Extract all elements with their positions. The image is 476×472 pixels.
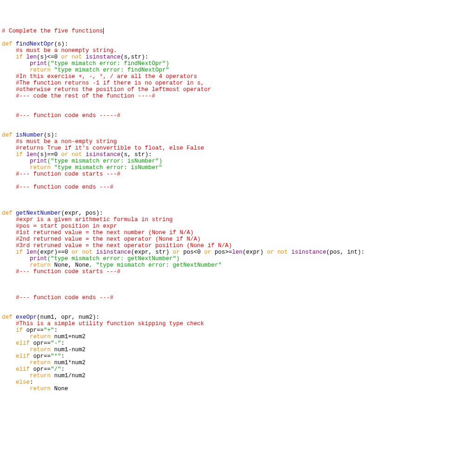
comment: #returns True if it's convertible to flo… <box>16 145 204 151</box>
keyword-elif: elif <box>16 353 30 360</box>
keyword-return: return <box>30 373 51 379</box>
comment: #3rd retruned value = the next operator … <box>16 243 232 249</box>
keyword-return: return <box>30 164 51 171</box>
code-text: (s,str): <box>120 54 148 60</box>
string: "-" <box>51 340 61 347</box>
keyword-not: not <box>72 151 82 158</box>
function-name: isNumber <box>16 132 44 138</box>
keyword-or: or <box>61 151 68 158</box>
code-editor[interactable]: # Complete the five functions def findNe… <box>2 28 474 392</box>
code-text <box>23 54 26 60</box>
string: "+" <box>44 327 54 334</box>
code-text <box>23 151 26 158</box>
string: "type mismatch error: isNumber" <box>51 164 162 171</box>
keyword-else: else <box>16 379 30 386</box>
code-text <box>51 386 54 392</box>
comment: #expr is a given arithmetic formula in s… <box>16 216 173 223</box>
keyword-or: or <box>61 54 68 60</box>
comment: #--- function code ends ---# <box>16 295 113 301</box>
none: None <box>75 262 89 269</box>
keyword-if: if <box>16 151 23 158</box>
keyword-not: not <box>82 249 93 256</box>
code-text: (pos, int): <box>326 249 365 256</box>
comment: # Complete the five functions <box>2 28 103 34</box>
builtin-isinstance: isinstance <box>86 151 120 158</box>
keyword-not: not <box>278 249 288 256</box>
builtin-isinstance: isinstance <box>96 249 131 256</box>
keyword-return: return <box>30 67 51 73</box>
keyword-return: return <box>30 334 51 340</box>
builtin-len: len <box>26 249 37 256</box>
comment: #The function returns -1 if there is no … <box>16 80 204 86</box>
comment: #pos = start position in expr <box>16 223 117 229</box>
code-text: : <box>30 379 33 386</box>
builtin-len: len <box>26 151 37 158</box>
code-text: , <box>68 262 75 269</box>
comment: #This is a simple utility function skipp… <box>16 321 204 327</box>
code-text: (s)<=0 <box>37 54 61 60</box>
code-text: pos<0 <box>180 249 205 256</box>
code-text: num1/num2 <box>51 373 86 379</box>
builtin-isinstance: isinstance <box>291 249 326 256</box>
none: None <box>54 262 68 269</box>
keyword-if: if <box>16 249 23 256</box>
code-text: (expr)==0 <box>37 249 72 256</box>
comment: #--- function code ends ---# <box>16 184 113 190</box>
text-cursor <box>103 28 104 34</box>
code-text: : <box>54 327 58 334</box>
comment: #--- function code ends -----# <box>16 112 120 119</box>
code-text: (s, str): <box>120 151 152 158</box>
code-text <box>68 54 72 60</box>
comment: #--- function code starts ---# <box>16 269 120 275</box>
code-text <box>51 262 54 269</box>
code-text <box>82 54 86 60</box>
signature: (expr, pos): <box>61 210 103 216</box>
code-text <box>68 151 72 158</box>
builtin-print: print <box>30 158 47 164</box>
keyword-or: or <box>72 249 79 256</box>
signature: (s): <box>44 132 58 138</box>
signature: (s): <box>54 41 68 47</box>
code-text <box>93 249 96 256</box>
string: ("type mismatch error: isNumber") <box>47 158 163 164</box>
keyword-return: return <box>30 347 51 353</box>
comment: #2nd returned value = the next operator … <box>16 236 201 243</box>
code-text <box>82 151 86 158</box>
builtin-isinstance: isinstance <box>86 54 120 60</box>
code-text: pos>= <box>211 249 232 256</box>
string: "type mimatch error: findNextOpr" <box>51 67 169 73</box>
keyword-if: if <box>16 54 23 60</box>
comment: #In this exercise +, -, *, / are all the… <box>16 73 197 80</box>
keyword-elif: elif <box>16 340 30 347</box>
comment: #otherwise returns the position of the l… <box>16 86 211 93</box>
code-text <box>23 249 26 256</box>
comment: #s must be a non-empty string <box>16 138 117 145</box>
function-name: findNextOpr <box>16 41 54 47</box>
comment: #s must be a nonempty string. <box>16 47 117 54</box>
keyword-return: return <box>30 360 51 366</box>
code-text: num1+num2 <box>51 334 86 340</box>
keyword-or: or <box>173 249 180 256</box>
builtin-print: print <box>30 60 47 67</box>
keyword-def: def <box>2 41 13 47</box>
code-text: : <box>61 340 65 347</box>
function-name: getNextNumber <box>16 210 61 216</box>
string: , "type mismatch error: getNextNumber" <box>89 262 222 269</box>
code-text: num1-num2 <box>51 347 86 353</box>
keyword-or: or <box>204 249 211 256</box>
comment: #--- code the rest of the function ----# <box>16 93 155 99</box>
string: ("type mimatch error: findNextOpr") <box>47 60 170 67</box>
code-text: num1*num2 <box>51 360 86 366</box>
builtin-print: print <box>30 256 47 262</box>
code-text: : <box>61 353 65 360</box>
function-name: exeOpr <box>16 314 37 321</box>
none: None <box>54 386 68 392</box>
code-text: (s)==0 <box>37 151 61 158</box>
keyword-def: def <box>2 132 13 138</box>
keyword-return: return <box>30 386 51 392</box>
builtin-len: len <box>26 54 37 60</box>
signature: (num1, opr, num2): <box>37 314 99 321</box>
code-text: opr== <box>30 366 51 373</box>
comment: #1st returned value = the next number (N… <box>16 229 194 236</box>
keyword-return: return <box>30 262 51 269</box>
